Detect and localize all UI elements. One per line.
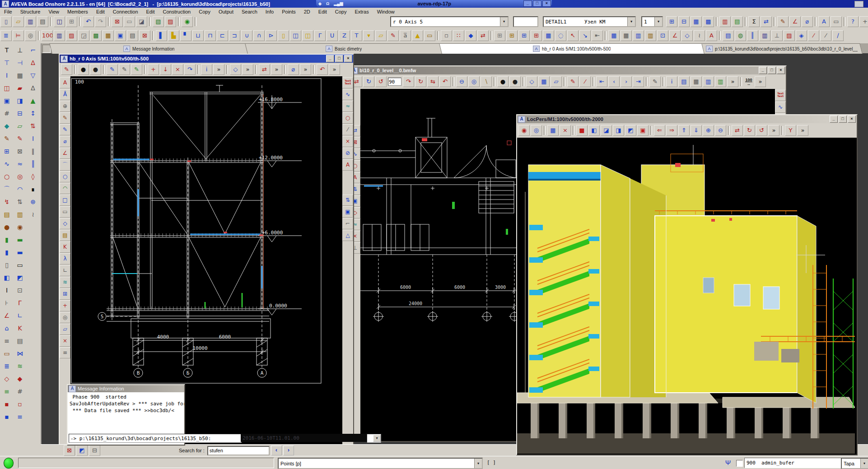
search-input[interactable] <box>207 446 270 455</box>
tool-icon[interactable]: ↻ <box>363 76 374 87</box>
tool-icon[interactable]: ⇥ <box>633 76 644 87</box>
tara-combo[interactable]: Tapa ▼ <box>841 458 868 469</box>
tool-icon[interactable]: ▬ <box>14 246 26 259</box>
tool-icon[interactable]: ∿ <box>775 102 786 113</box>
tool-icon[interactable]: ✎ <box>60 124 70 135</box>
tool-icon[interactable]: ⊖ <box>715 125 726 136</box>
tool-icon[interactable]: ● <box>497 76 509 87</box>
tool-icon[interactable]: ▥ <box>703 76 714 87</box>
tool-icon[interactable]: ↷ <box>403 76 414 87</box>
current-path-bar[interactable]: -> p:\16135_korund\3d\bocad\projects\161… <box>69 434 242 443</box>
tool-icon[interactable]: ▤ <box>732 16 743 27</box>
tool-icon[interactable]: ↖ <box>567 30 579 41</box>
tool-icon[interactable]: ⌂ <box>1 322 13 335</box>
tab-plan-view[interactable]: Ap:\16135_korund\3d\bocad\projects\16135… <box>701 43 863 54</box>
tool-icon[interactable]: ⊘ <box>342 148 353 159</box>
tool-icon[interactable]: ✎ <box>107 64 118 75</box>
tool-icon[interactable]: ⇄ <box>732 125 743 136</box>
tool-icon[interactable]: ◇ <box>60 218 70 229</box>
rdp-close-button[interactable]: × <box>542 0 551 7</box>
text-tool-icon[interactable]: TextText <box>775 90 786 101</box>
tool-icon[interactable]: □ <box>60 195 70 206</box>
model-3d-canvas[interactable] <box>517 138 857 455</box>
tool-icon[interactable]: ▦ <box>547 125 559 136</box>
tool-icon[interactable]: ⊓ <box>205 30 216 41</box>
tool-icon[interactable]: A <box>706 30 717 41</box>
tool-icon[interactable]: + <box>60 300 70 311</box>
menu-connection[interactable]: Connection <box>109 9 142 15</box>
tool-icon[interactable]: ◫ <box>290 30 301 41</box>
tool-icon[interactable]: ⊥ <box>14 44 26 57</box>
menu-edit[interactable]: Edit <box>142 9 159 15</box>
menu-file[interactable]: File <box>0 9 16 15</box>
tool-icon[interactable]: ◉ <box>14 221 26 234</box>
tool-icon[interactable]: ∷ <box>453 30 464 41</box>
tool-icon[interactable]: ⊔ <box>192 30 204 41</box>
tool-icon[interactable]: ⌒ <box>60 159 70 171</box>
tool-icon[interactable]: ▯ <box>278 30 289 41</box>
tool-icon[interactable]: ◠ <box>14 183 26 196</box>
tool-icon[interactable]: ║ <box>27 158 39 171</box>
menu-copy[interactable]: Copy <box>331 9 351 15</box>
tool-icon[interactable]: ▦ <box>691 76 702 87</box>
tool-icon[interactable]: ↷ <box>184 64 196 75</box>
tool-icon[interactable]: ↻ <box>415 76 426 87</box>
tool-icon[interactable]: ▥ <box>14 209 26 221</box>
path-bar-dropdown[interactable]: ▼ <box>367 434 381 443</box>
tool-icon[interactable]: ⌒ <box>1 183 13 196</box>
tool-icon[interactable]: A <box>818 16 830 27</box>
tool-icon[interactable]: ● <box>90 64 101 75</box>
chevron-down-icon[interactable]: ▼ <box>373 435 381 442</box>
tool-icon[interactable]: ⊞ <box>60 288 70 300</box>
tool-icon[interactable]: ⊟ <box>14 107 26 120</box>
menu-copy[interactable]: Copy <box>195 9 215 15</box>
tool-icon[interactable]: ∠ <box>789 16 801 27</box>
tool-icon[interactable]: ◆ <box>14 373 26 385</box>
tool-icon[interactable]: ∎ <box>27 183 39 196</box>
tool-icon[interactable]: ↯ <box>1 196 13 209</box>
tool-icon[interactable]: ⊕ <box>60 101 70 112</box>
tool-icon[interactable]: ⇐ <box>654 125 665 136</box>
tool-icon[interactable]: ↓ <box>160 64 171 75</box>
tool-icon[interactable]: » <box>300 64 311 75</box>
tool-icon[interactable]: ∠ <box>60 148 70 159</box>
tool-icon[interactable]: ⊦ <box>1 297 13 310</box>
tool-icon[interactable]: ● <box>509 76 521 87</box>
tool-icon[interactable]: ◠ <box>60 183 70 194</box>
tool-icon[interactable]: ✎ <box>1 133 13 145</box>
tool-icon[interactable]: ▭ <box>424 30 435 41</box>
tool-icon[interactable]: ◨ <box>14 95 26 107</box>
tool-icon[interactable]: ✎ <box>387 30 399 41</box>
close-button[interactable]: × <box>777 67 785 74</box>
tool-icon[interactable]: Γ <box>14 297 26 310</box>
minimize-button[interactable]: _ <box>326 55 334 62</box>
tool-icon[interactable]: » <box>213 64 224 75</box>
tool-icon[interactable]: ✎ <box>61 64 72 75</box>
toolbar-text-field[interactable] <box>513 16 538 27</box>
tool-icon[interactable]: ⊞ <box>66 16 77 27</box>
menu-window[interactable]: Window <box>373 9 399 15</box>
rotation-angle-input[interactable] <box>388 78 401 86</box>
tool-icon[interactable]: ∟ <box>14 310 26 322</box>
tool-icon[interactable]: ⌀ <box>60 136 70 147</box>
tool-icon[interactable]: ▰ <box>14 82 26 95</box>
tool-icon[interactable]: ▥ <box>645 30 656 41</box>
tool-icon[interactable]: ⊞ <box>494 30 505 41</box>
tool-icon[interactable]: ∆ <box>27 82 39 95</box>
tool-icon[interactable]: ↷ <box>95 16 106 27</box>
tool-icon[interactable]: K <box>14 322 26 335</box>
tool-icon[interactable]: λ <box>60 253 70 265</box>
tool-icon[interactable]: ⊛ <box>27 196 39 209</box>
tool-icon[interactable]: ∿ <box>342 89 353 100</box>
tool-icon[interactable]: ▱ <box>551 76 562 87</box>
tool-icon[interactable]: ↶ <box>83 16 94 27</box>
tool-icon[interactable]: ⇄ <box>259 64 270 75</box>
view-selector-combo[interactable]: r 0 Axis 5 ▼ <box>390 16 509 27</box>
tool-icon[interactable]: ◆ <box>465 30 476 41</box>
pin-icon[interactable]: ◈ <box>318 1 322 6</box>
tool-icon[interactable]: × <box>60 335 70 347</box>
tool-icon[interactable]: ▦ <box>543 30 554 41</box>
tool-icon[interactable]: ≡ <box>60 347 70 358</box>
tool-icon[interactable]: ▭ <box>14 259 26 272</box>
tool-icon[interactable]: 100 <box>42 30 53 41</box>
